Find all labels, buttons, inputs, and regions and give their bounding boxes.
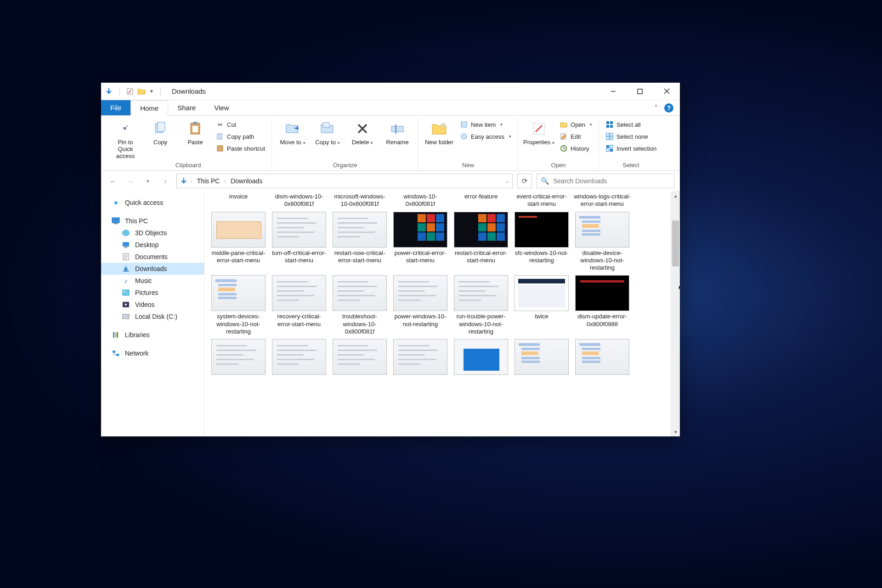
desktop-icon xyxy=(121,241,130,249)
file-item[interactable]: restart-now-critical-error-start-menu xyxy=(330,212,389,272)
file-item[interactable]: system-devices-windows-10-not-restarting xyxy=(209,275,268,335)
tab-home[interactable]: Home xyxy=(130,100,168,116)
file-item[interactable]: windows-logs-critical-error-start-menu xyxy=(573,193,632,208)
edit-button[interactable]: Edit xyxy=(558,131,594,141)
breadcrumb-this-pc[interactable]: This PC xyxy=(195,177,222,185)
sidebar-item-libraries[interactable]: Libraries xyxy=(101,329,204,341)
file-item[interactable] xyxy=(270,339,328,375)
help-icon[interactable]: ? xyxy=(664,103,673,113)
nav-recent-button[interactable]: ▾ xyxy=(141,175,154,187)
rename-button[interactable]: Rename xyxy=(381,119,413,146)
qat-dropdown-icon[interactable]: ▼ xyxy=(149,89,154,94)
file-item[interactable]: power-critical-error-start-menu xyxy=(391,212,450,272)
scroll-down-icon[interactable]: ▾ xyxy=(671,427,680,436)
copy-to-button[interactable]: Copy to xyxy=(311,119,344,146)
new-item-button[interactable]: New item xyxy=(458,119,513,130)
new-folder-icon xyxy=(431,120,447,137)
sidebar-item-downloads[interactable]: Downloads xyxy=(101,263,204,275)
file-item[interactable] xyxy=(209,339,268,375)
thumbnail xyxy=(211,212,266,248)
select-none-button[interactable]: Select none xyxy=(604,131,658,141)
svg-rect-8 xyxy=(217,146,223,151)
nav-back-button[interactable]: ← xyxy=(107,175,119,187)
sidebar-item-pictures[interactable]: Pictures xyxy=(101,287,204,299)
paste-icon xyxy=(187,120,204,137)
file-item[interactable]: run-trouble-power-windows-10-not-restart… xyxy=(452,275,510,335)
file-item[interactable]: restart-critical-error-start-menu xyxy=(452,212,510,272)
file-grid[interactable]: invoice dism-windows-10-0x800f081f micro… xyxy=(204,191,671,436)
file-item[interactable]: twice xyxy=(512,275,571,335)
paste-button[interactable]: Paste xyxy=(179,119,211,146)
file-item[interactable]: windows-10-0x800f081f xyxy=(391,193,450,208)
paste-shortcut-button[interactable]: Paste shortcut xyxy=(214,143,267,153)
file-item[interactable] xyxy=(573,339,632,375)
vertical-scrollbar[interactable]: ▴ ▾ xyxy=(671,191,680,436)
nav-forward-button[interactable]: → xyxy=(124,175,137,187)
sidebar-item-this-pc[interactable]: This PC xyxy=(101,215,204,227)
copy-path-button[interactable]: Copy path xyxy=(214,131,267,141)
easy-access-button[interactable]: Easy access xyxy=(458,131,513,141)
breadcrumb-downloads[interactable]: Downloads xyxy=(229,177,264,185)
file-item[interactable] xyxy=(330,339,389,375)
file-item[interactable] xyxy=(512,339,571,375)
file-item[interactable]: turn-off-critical-error-start-menu xyxy=(270,212,328,272)
nav-up-button[interactable]: ↑ xyxy=(159,175,172,187)
qat-down-icon[interactable] xyxy=(105,87,113,96)
file-item[interactable]: disable-device-windows-10-not-restarting xyxy=(573,212,632,272)
tab-file[interactable]: File xyxy=(101,100,130,115)
group-clipboard-label: Clipboard xyxy=(109,161,267,170)
file-item[interactable] xyxy=(452,339,510,375)
sidebar-item-desktop[interactable]: Desktop xyxy=(101,239,204,251)
file-item[interactable]: middle-pane-critical-error-start-menu xyxy=(209,212,268,272)
scroll-up-icon[interactable]: ▴ xyxy=(671,191,680,200)
minimize-button[interactable] xyxy=(600,83,627,100)
file-item[interactable]: error-feature xyxy=(452,193,510,208)
select-all-button[interactable]: Select all xyxy=(604,119,658,130)
history-button[interactable]: History xyxy=(558,143,594,153)
address-dropdown-icon[interactable]: ⌄ xyxy=(505,178,509,184)
svg-rect-46 xyxy=(518,285,565,307)
address-bar[interactable]: › This PC › Downloads ⌄ xyxy=(176,174,513,188)
close-button[interactable] xyxy=(653,83,680,100)
ribbon: Pin to Quick access Copy Paste ✂Cut Copy… xyxy=(101,116,680,171)
file-item[interactable]: power-windows-10-not-restarting xyxy=(391,275,450,335)
sidebar-item-videos[interactable]: Videos xyxy=(101,299,204,311)
sidebar-item-quick-access[interactable]: ★Quick access xyxy=(101,197,204,209)
maximize-button[interactable] xyxy=(627,83,653,100)
tab-share[interactable]: Share xyxy=(168,100,205,115)
collapse-ribbon-icon[interactable]: ˄ xyxy=(654,104,658,112)
pin-to-quick-access-button[interactable]: Pin to Quick access xyxy=(109,119,141,159)
file-item[interactable]: recovery-critical-error-start-menu xyxy=(270,275,328,335)
open-button[interactable]: Open xyxy=(558,119,594,130)
invert-selection-button[interactable]: Invert selection xyxy=(604,143,658,153)
copy-button[interactable]: Copy xyxy=(144,119,176,146)
search-box[interactable]: 🔍 xyxy=(537,174,674,188)
qat-properties-icon[interactable] xyxy=(126,88,134,95)
file-item[interactable]: sfc-windows-10-not-restarting xyxy=(512,212,571,272)
new-folder-button[interactable]: New folder xyxy=(423,119,455,146)
sidebar-item-local-disk[interactable]: Local Disk (C:) xyxy=(101,311,204,322)
qat-folder-icon[interactable] xyxy=(137,88,146,95)
refresh-button[interactable]: ⟳ xyxy=(517,174,532,188)
file-item[interactable]: dism-update-error-0x800f0988 xyxy=(573,275,632,335)
star-icon: ★ xyxy=(111,198,120,207)
sidebar-item-3d-objects[interactable]: 3D Objects xyxy=(101,227,204,239)
properties-button[interactable]: Properties xyxy=(523,119,555,146)
file-item[interactable]: event-critical-error-start-menu xyxy=(512,193,571,208)
file-item[interactable]: microsoft-windows-10-0x800f081f xyxy=(330,193,389,208)
move-to-button[interactable]: Move to xyxy=(277,119,309,146)
file-item[interactable]: dism-windows-10-0x800f081f xyxy=(270,193,328,208)
cut-button[interactable]: ✂Cut xyxy=(214,119,267,130)
scrollbar-thumb[interactable] xyxy=(672,220,679,266)
file-item[interactable] xyxy=(391,339,450,375)
file-item[interactable]: invoice xyxy=(209,193,268,208)
thumbnail xyxy=(454,212,508,248)
sidebar-item-documents[interactable]: Documents xyxy=(101,251,204,263)
properties-icon xyxy=(531,120,547,137)
sidebar-item-music[interactable]: ♪Music xyxy=(101,275,204,287)
tab-view[interactable]: View xyxy=(205,100,238,115)
search-input[interactable] xyxy=(553,177,670,185)
delete-button[interactable]: Delete xyxy=(346,119,379,146)
sidebar-item-network[interactable]: Network xyxy=(101,347,204,359)
file-item[interactable]: troubleshoot-windows-10-0x800f081f xyxy=(330,275,389,335)
